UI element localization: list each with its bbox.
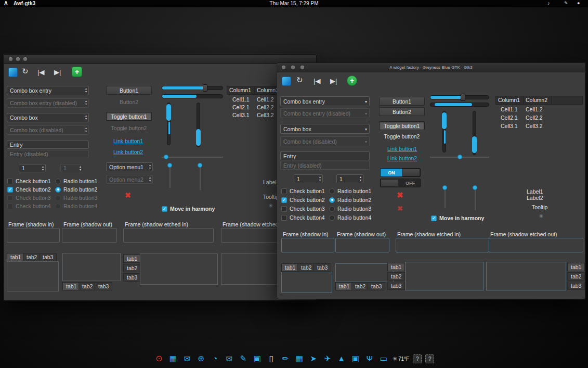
radio-selected-icon[interactable] [329,197,335,203]
checkbox-icon[interactable] [7,179,13,184]
checkbox-checked-icon[interactable]: ✓ [281,197,287,203]
column-divider[interactable] [254,86,255,95]
mail-icon[interactable]: ✉ [182,351,192,366]
toggle-button-2[interactable]: Toggle button2 [379,132,425,141]
check-button-1[interactable]: Check button1 [7,178,51,184]
tab3[interactable]: tab3 [95,282,112,290]
tab3[interactable]: tab3 [368,282,385,290]
checkbox-checked-icon[interactable]: ✓ [162,206,167,212]
combo-box[interactable]: Combo box ▾ [280,124,370,134]
cell[interactable]: Cell1.2 [526,106,543,113]
v-slider-1[interactable] [442,111,446,153]
help-icon[interactable]: ? [425,354,434,363]
radio-icon[interactable] [329,206,335,212]
dropdown-icon[interactable]: ▾ [365,99,367,104]
radio-button-1[interactable]: Radio button1 [329,188,371,194]
spinbutton-1[interactable]: 1 ▴▾ [294,174,323,183]
radio-icon[interactable] [329,188,335,194]
tab2[interactable]: tab2 [351,282,369,290]
v-slider-2[interactable] [473,111,476,155]
stepper-icon[interactable]: ▴▾ [85,87,87,93]
check-button-1[interactable]: Check button1 [281,188,325,194]
cell[interactable]: Cell3.2 [257,111,274,119]
clock-icon[interactable]: ◔ [210,351,220,366]
cube-icon[interactable]: ▣ [350,351,361,366]
cell[interactable]: Cell1.1 [501,106,518,113]
cell[interactable]: Cell3.1 [501,122,518,130]
tab2[interactable]: tab2 [23,253,41,261]
checkbox-icon[interactable] [281,188,287,194]
button2[interactable]: Button2 [379,107,425,116]
v-slider-2[interactable] [197,103,200,147]
h-slider[interactable] [430,95,489,99]
tab1[interactable]: tab1 [335,282,353,290]
slider-handle[interactable] [196,129,201,146]
edit-icon[interactable]: ✎ [564,1,568,6]
stepper-icon[interactable]: ▴▾ [85,114,87,120]
move-in-harmony-check[interactable]: ✓ Move in harmony [431,215,484,221]
tab2[interactable]: tab2 [297,263,315,272]
tab3[interactable]: tab3 [567,282,585,290]
status-circle-icon[interactable]: ● [577,1,580,6]
tab2[interactable]: tab2 [123,264,141,272]
switch-knob[interactable] [381,179,398,187]
scale-handle[interactable] [164,155,168,159]
tab3[interactable]: tab3 [39,253,57,261]
monitor-icon[interactable]: ▭ [378,351,389,366]
clock[interactable]: Thu Mar 15, 7:29 PM [0,1,588,6]
scale-handle[interactable] [167,163,172,168]
radio-button-4[interactable]: Radio button4 [329,214,371,221]
tab2[interactable]: tab2 [387,272,405,281]
check-button-2[interactable]: ✓ Check button2 [7,186,51,193]
tab1[interactable]: tab1 [387,263,405,271]
delete-icon[interactable]: ✖ [397,191,403,200]
toggle-button-1[interactable]: Toggle button1 [106,112,152,121]
stepper-icon[interactable]: ▴▾ [149,163,151,170]
skip-back-icon[interactable]: |◀ [313,77,320,86]
compose-icon[interactable]: ✎ [238,351,249,366]
scale-handle[interactable] [458,155,462,159]
bird-icon[interactable]: ➤ [308,351,319,366]
column-divider[interactable] [551,96,552,105]
add-button[interactable]: + [72,67,82,77]
link-button-1[interactable]: Link button1 [113,138,143,144]
close-button[interactable] [9,57,12,61]
column2-header[interactable]: Column2 [257,86,279,94]
delete-icon[interactable]: ✖ [125,191,131,199]
v-slider-1[interactable] [167,103,171,145]
document-icon[interactable]: ▯ [266,351,277,366]
switch-on[interactable]: ON [380,168,421,177]
switch-off[interactable]: OFF [380,179,421,187]
power-icon[interactable]: ⊙ [154,351,164,366]
entry-field[interactable]: Entry [280,151,370,160]
minimize-button[interactable] [16,57,20,61]
scale-handle[interactable] [473,185,477,190]
tab2[interactable]: tab2 [567,272,585,281]
radio-button-2[interactable]: Radio button2 [329,197,371,203]
tab2[interactable]: tab2 [79,282,96,290]
radio-button-3[interactable]: Radio button3 [329,206,371,212]
link-button-2[interactable]: Link button2 [113,149,143,155]
cell[interactable]: Cell2.1 [501,114,518,121]
slider-handle[interactable] [461,94,465,101]
globe-icon[interactable]: ⊕ [196,351,206,366]
maximize-button[interactable] [23,57,27,61]
combo-box-entry[interactable]: Combo box entry ▴▾ [7,86,89,95]
entry-field[interactable]: Entry [7,141,89,149]
cell[interactable]: Cell3.1 [232,111,250,119]
combo-box[interactable]: Combo box ▴▾ [7,113,89,122]
radio-selected-icon[interactable] [55,187,61,193]
button1[interactable]: Button1 [106,86,152,95]
volume-icon[interactable]: ♪ [547,1,550,6]
check-button-3[interactable]: Check button3 [281,206,325,212]
column2-header[interactable]: Column2 [526,96,547,104]
spin-arrows-icon[interactable]: ▴▾ [42,165,44,171]
tab3[interactable]: tab3 [387,282,405,290]
tab1[interactable]: tab1 [567,263,585,271]
spinbutton-2[interactable]: 1 ▴▾ [336,174,363,183]
h-scale[interactable] [162,157,223,158]
cell[interactable]: Cell2.2 [257,104,274,111]
link-button-1[interactable]: Link button1 [387,146,417,152]
checkbox-checked-icon[interactable]: ✓ [7,187,13,193]
palette-icon[interactable] [282,77,291,86]
